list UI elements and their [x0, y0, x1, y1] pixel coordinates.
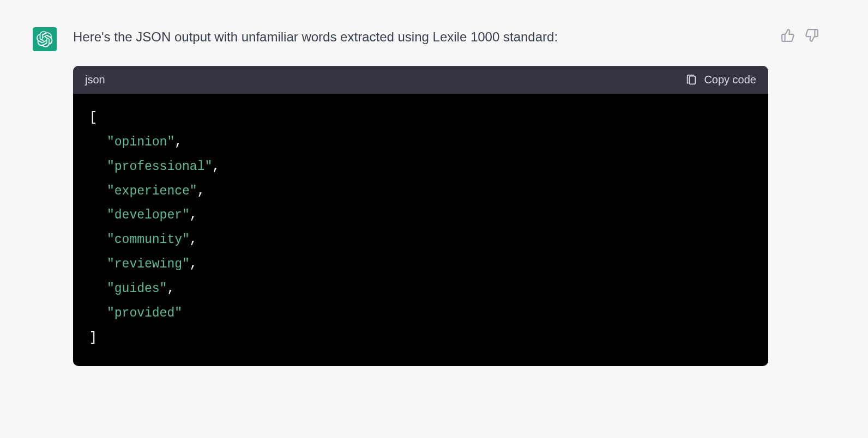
json-string-value: "guides" — [107, 282, 167, 296]
json-string-value: "opinion" — [107, 135, 174, 149]
json-string-item: "professional", — [89, 155, 752, 179]
json-open-bracket: [ — [89, 106, 752, 130]
json-close-bracket: ] — [89, 326, 752, 350]
json-comma: , — [190, 233, 197, 247]
thumbs-up-button[interactable] — [780, 27, 796, 45]
json-string-value: "professional" — [107, 160, 212, 174]
message-intro-text: Here's the JSON output with unfamiliar w… — [73, 27, 763, 47]
json-string-item: "experience", — [89, 179, 752, 204]
json-string-item: "provided" — [89, 301, 752, 326]
assistant-avatar — [33, 27, 57, 51]
svg-rect-0 — [690, 76, 696, 84]
json-comma: , — [190, 257, 197, 271]
json-comma: , — [212, 160, 220, 174]
copy-code-label: Copy code — [704, 74, 756, 86]
json-comma: , — [167, 282, 174, 296]
code-header: json Copy code — [73, 66, 768, 94]
json-comma: , — [174, 135, 182, 149]
message-content: Here's the JSON output with unfamiliar w… — [73, 27, 763, 366]
json-string-value: "reviewing" — [107, 257, 190, 271]
message-actions — [780, 27, 820, 45]
json-string-value: "community" — [107, 233, 190, 247]
code-content: [ "opinion","professional","experience",… — [73, 94, 768, 366]
assistant-message: Here's the JSON output with unfamiliar w… — [0, 0, 868, 377]
thumbs-up-icon — [781, 28, 795, 42]
code-language-label: json — [85, 74, 105, 86]
json-string-item: "guides", — [89, 277, 752, 301]
openai-logo-icon — [37, 31, 53, 47]
json-string-item: "community", — [89, 228, 752, 252]
json-string-item: "opinion", — [89, 130, 752, 155]
copy-code-button[interactable]: Copy code — [685, 74, 756, 86]
json-string-value: "developer" — [107, 208, 190, 222]
thumbs-down-button[interactable] — [804, 27, 820, 45]
thumbs-down-icon — [805, 28, 819, 42]
json-string-item: "developer", — [89, 203, 752, 228]
json-string-value: "experience" — [107, 184, 197, 198]
json-comma: , — [190, 208, 197, 222]
clipboard-icon — [685, 74, 697, 86]
json-string-value: "provided" — [107, 306, 182, 320]
code-block: json Copy code [ "opinion","professional… — [73, 66, 768, 366]
json-comma: , — [197, 184, 205, 198]
json-string-item: "reviewing", — [89, 252, 752, 277]
